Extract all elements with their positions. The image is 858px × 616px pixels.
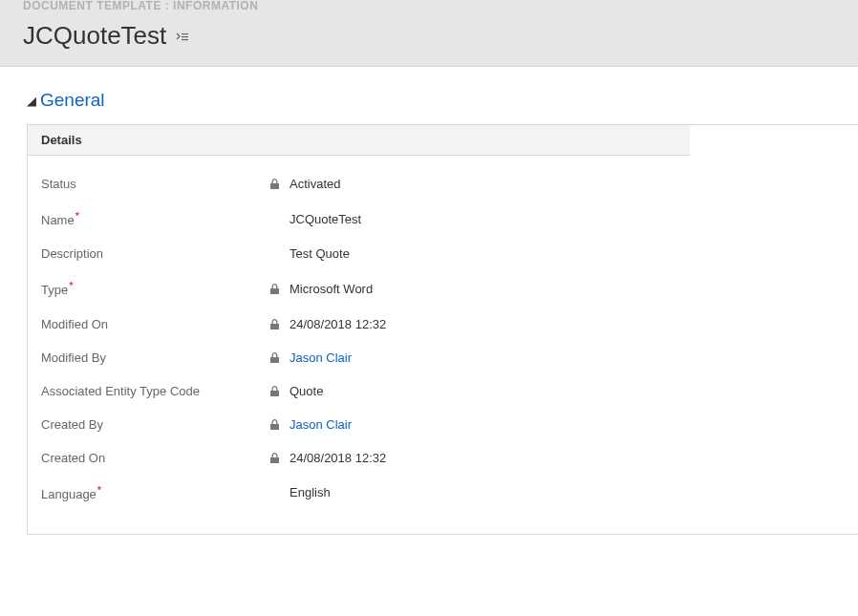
svg-rect-2 bbox=[182, 39, 188, 40]
field-value-created-by[interactable]: Jason Clair bbox=[290, 417, 352, 432]
field-value-description[interactable]: Test Quote bbox=[290, 246, 350, 261]
lock-icon bbox=[270, 319, 290, 329]
section-title: General bbox=[40, 90, 105, 111]
field-name[interactable]: Name* JCQuoteTest bbox=[28, 201, 858, 237]
lock-icon bbox=[270, 352, 290, 363]
breadcrumb: DOCUMENT TEMPLATE : INFORMATION bbox=[23, 0, 858, 11]
fields-container: Status Activated Name* JCQuoteTest Descr… bbox=[28, 156, 858, 534]
collapse-arrow-icon: ◢ bbox=[27, 94, 36, 108]
record-title-row: JCQuoteTest bbox=[23, 21, 858, 51]
details-panel: Details Status Activated Name* JCQuoteTe… bbox=[27, 124, 858, 535]
field-label-created-on: Created On bbox=[41, 451, 270, 465]
required-icon: * bbox=[75, 210, 79, 222]
field-label-type: Type* bbox=[41, 280, 270, 297]
details-header: Details bbox=[28, 125, 690, 156]
field-label-modified-on: Modified On bbox=[41, 317, 270, 331]
header-band: DOCUMENT TEMPLATE : INFORMATION JCQuoteT… bbox=[0, 0, 858, 67]
field-value-associated-entity: Quote bbox=[290, 384, 323, 398]
required-icon: * bbox=[69, 280, 73, 291]
field-label-associated-entity: Associated Entity Type Code bbox=[41, 384, 270, 398]
lock-icon bbox=[270, 284, 290, 294]
field-label-description: Description bbox=[41, 246, 270, 261]
required-icon: * bbox=[97, 484, 101, 496]
lock-icon bbox=[270, 179, 290, 189]
body-area: ◢ General Details Status Activated Name*… bbox=[0, 67, 858, 535]
svg-rect-0 bbox=[182, 33, 188, 34]
title-menu-icon[interactable] bbox=[176, 32, 189, 41]
field-label-language: Language* bbox=[41, 484, 270, 501]
field-created-on: Created On 24/08/2018 12:32 bbox=[28, 441, 858, 475]
field-associated-entity: Associated Entity Type Code Quote bbox=[28, 374, 858, 408]
field-modified-on: Modified On 24/08/2018 12:32 bbox=[28, 308, 858, 341]
field-value-language[interactable]: English bbox=[290, 485, 331, 499]
field-description[interactable]: Description Test Quote bbox=[28, 237, 858, 270]
field-value-created-on: 24/08/2018 12:32 bbox=[290, 451, 386, 465]
field-status: Status Activated bbox=[28, 167, 858, 201]
lock-icon bbox=[270, 453, 290, 463]
svg-rect-1 bbox=[182, 36, 188, 37]
field-created-by: Created By Jason Clair bbox=[28, 408, 858, 441]
lock-icon bbox=[270, 419, 290, 430]
lock-icon bbox=[270, 386, 290, 396]
section-header-general[interactable]: ◢ General bbox=[27, 90, 858, 111]
field-value-status: Activated bbox=[290, 177, 340, 191]
field-label-modified-by: Modified By bbox=[41, 350, 270, 365]
field-value-modified-on: 24/08/2018 12:32 bbox=[290, 317, 386, 331]
field-value-name[interactable]: JCQuoteTest bbox=[290, 212, 361, 226]
field-value-type: Microsoft Word bbox=[290, 282, 373, 296]
field-label-name: Name* bbox=[41, 210, 270, 227]
field-language[interactable]: Language* English bbox=[28, 475, 858, 511]
field-value-modified-by[interactable]: Jason Clair bbox=[290, 350, 352, 365]
field-type: Type* Microsoft Word bbox=[28, 270, 858, 307]
record-title: JCQuoteTest bbox=[23, 21, 166, 51]
field-label-status: Status bbox=[41, 177, 270, 191]
field-label-created-by: Created By bbox=[41, 417, 270, 432]
field-modified-by: Modified By Jason Clair bbox=[28, 341, 858, 374]
